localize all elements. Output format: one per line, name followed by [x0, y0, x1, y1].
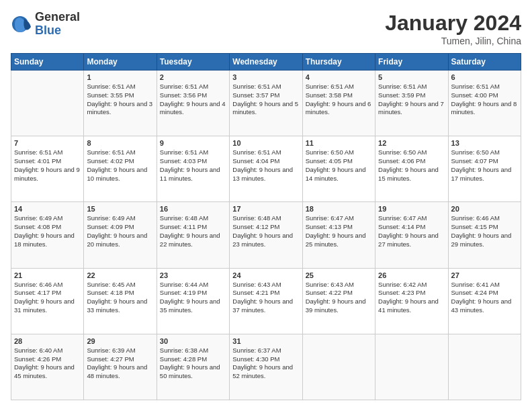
logo-icon — [11, 13, 32, 35]
week-row-3: 14Sunrise: 6:49 AM Sunset: 4:08 PM Dayli… — [11, 202, 521, 268]
day-info: Sunrise: 6:49 AM Sunset: 4:09 PM Dayligh… — [87, 214, 153, 248]
cell-1-5: 12Sunrise: 6:50 AM Sunset: 4:06 PM Dayli… — [375, 136, 448, 202]
title-block: January 2024 Tumen, Jilin, China — [385, 11, 521, 46]
day-number: 8 — [87, 139, 153, 147]
cell-0-0 — [11, 71, 84, 136]
day-info: Sunrise: 6:51 AM Sunset: 3:55 PM Dayligh… — [87, 83, 153, 117]
day-info: Sunrise: 6:51 AM Sunset: 3:56 PM Dayligh… — [160, 83, 226, 117]
header-friday: Friday — [375, 54, 448, 71]
day-info: Sunrise: 6:50 AM Sunset: 4:07 PM Dayligh… — [451, 148, 518, 183]
day-info: Sunrise: 6:39 AM Sunset: 4:27 PM Dayligh… — [87, 347, 153, 381]
day-info: Sunrise: 6:51 AM Sunset: 4:02 PM Dayligh… — [87, 148, 153, 183]
cell-4-2: 30Sunrise: 6:38 AM Sunset: 4:28 PM Dayli… — [157, 334, 229, 400]
calendar-subtitle: Tumen, Jilin, China — [385, 36, 521, 46]
logo-blue-text: Blue — [35, 24, 80, 38]
day-info: Sunrise: 6:48 AM Sunset: 4:11 PM Dayligh… — [160, 214, 226, 248]
day-number: 3 — [232, 73, 299, 81]
cell-3-0: 21Sunrise: 6:46 AM Sunset: 4:17 PM Dayli… — [11, 268, 84, 334]
week-row-2: 7Sunrise: 6:51 AM Sunset: 4:01 PM Daylig… — [11, 136, 521, 202]
day-number: 11 — [306, 139, 372, 147]
day-info: Sunrise: 6:50 AM Sunset: 4:06 PM Dayligh… — [378, 148, 445, 183]
day-number: 31 — [232, 337, 299, 345]
day-number: 21 — [14, 271, 81, 279]
header: General Blue January 2024 Tumen, Jilin, … — [11, 11, 521, 46]
cell-2-4: 18Sunrise: 6:47 AM Sunset: 4:13 PM Dayli… — [302, 202, 375, 268]
day-number: 27 — [451, 271, 518, 279]
week-row-5: 28Sunrise: 6:40 AM Sunset: 4:26 PM Dayli… — [11, 334, 521, 400]
cell-3-1: 22Sunrise: 6:45 AM Sunset: 4:18 PM Dayli… — [84, 268, 157, 334]
cell-1-6: 13Sunrise: 6:50 AM Sunset: 4:07 PM Dayli… — [448, 136, 521, 202]
cell-3-2: 23Sunrise: 6:44 AM Sunset: 4:19 PM Dayli… — [157, 268, 229, 334]
day-info: Sunrise: 6:42 AM Sunset: 4:23 PM Dayligh… — [378, 281, 445, 315]
cell-0-4: 4Sunrise: 6:51 AM Sunset: 3:58 PM Daylig… — [302, 71, 375, 136]
header-row: Sunday Monday Tuesday Wednesday Thursday… — [11, 54, 521, 71]
cell-2-2: 16Sunrise: 6:48 AM Sunset: 4:11 PM Dayli… — [157, 202, 229, 268]
day-info: Sunrise: 6:48 AM Sunset: 4:12 PM Dayligh… — [232, 214, 299, 248]
day-info: Sunrise: 6:37 AM Sunset: 4:30 PM Dayligh… — [232, 347, 299, 381]
day-info: Sunrise: 6:51 AM Sunset: 3:57 PM Dayligh… — [232, 83, 299, 117]
cell-0-2: 2Sunrise: 6:51 AM Sunset: 3:56 PM Daylig… — [157, 71, 229, 136]
header-sunday: Sunday — [11, 54, 84, 71]
day-info: Sunrise: 6:40 AM Sunset: 4:26 PM Dayligh… — [14, 347, 81, 381]
cell-2-3: 17Sunrise: 6:48 AM Sunset: 4:12 PM Dayli… — [230, 202, 302, 268]
day-number: 20 — [451, 205, 518, 213]
week-row-4: 21Sunrise: 6:46 AM Sunset: 4:17 PM Dayli… — [11, 268, 521, 334]
day-number: 14 — [14, 205, 81, 213]
day-info: Sunrise: 6:51 AM Sunset: 4:01 PM Dayligh… — [14, 148, 81, 183]
day-number: 6 — [451, 73, 518, 81]
day-info: Sunrise: 6:51 AM Sunset: 4:03 PM Dayligh… — [160, 148, 226, 183]
day-number: 10 — [232, 139, 299, 147]
day-number: 29 — [87, 337, 153, 345]
day-number: 1 — [87, 73, 153, 81]
cell-3-5: 26Sunrise: 6:42 AM Sunset: 4:23 PM Dayli… — [375, 268, 448, 334]
day-number: 17 — [232, 205, 299, 213]
logo: General Blue — [11, 11, 80, 38]
cell-0-6: 6Sunrise: 6:51 AM Sunset: 4:00 PM Daylig… — [448, 71, 521, 136]
header-thursday: Thursday — [302, 54, 375, 71]
header-tuesday: Tuesday — [157, 54, 229, 71]
cell-1-3: 10Sunrise: 6:51 AM Sunset: 4:04 PM Dayli… — [230, 136, 302, 202]
logo-general-text: General — [35, 11, 80, 24]
cell-4-0: 28Sunrise: 6:40 AM Sunset: 4:26 PM Dayli… — [11, 334, 84, 400]
day-number: 4 — [306, 73, 372, 81]
day-info: Sunrise: 6:51 AM Sunset: 4:00 PM Dayligh… — [451, 83, 518, 117]
day-info: Sunrise: 6:43 AM Sunset: 4:22 PM Dayligh… — [306, 281, 372, 315]
day-info: Sunrise: 6:43 AM Sunset: 4:21 PM Dayligh… — [232, 281, 299, 315]
header-saturday: Saturday — [448, 54, 521, 71]
day-info: Sunrise: 6:50 AM Sunset: 4:05 PM Dayligh… — [306, 148, 372, 183]
calendar-page: General Blue January 2024 Tumen, Jilin, … — [0, 0, 532, 411]
cell-2-5: 19Sunrise: 6:47 AM Sunset: 4:14 PM Dayli… — [375, 202, 448, 268]
day-number: 28 — [14, 337, 81, 345]
day-info: Sunrise: 6:46 AM Sunset: 4:17 PM Dayligh… — [14, 281, 81, 315]
week-row-1: 1Sunrise: 6:51 AM Sunset: 3:55 PM Daylig… — [11, 71, 521, 136]
day-number: 16 — [160, 205, 226, 213]
cell-4-4 — [302, 334, 375, 400]
day-info: Sunrise: 6:47 AM Sunset: 4:13 PM Dayligh… — [306, 214, 372, 248]
cell-4-1: 29Sunrise: 6:39 AM Sunset: 4:27 PM Dayli… — [84, 334, 157, 400]
day-info: Sunrise: 6:41 AM Sunset: 4:24 PM Dayligh… — [451, 281, 518, 315]
day-info: Sunrise: 6:51 AM Sunset: 3:58 PM Dayligh… — [306, 83, 372, 117]
day-number: 15 — [87, 205, 153, 213]
cell-2-1: 15Sunrise: 6:49 AM Sunset: 4:09 PM Dayli… — [84, 202, 157, 268]
day-info: Sunrise: 6:44 AM Sunset: 4:19 PM Dayligh… — [160, 281, 226, 315]
day-number: 19 — [378, 205, 445, 213]
day-info: Sunrise: 6:51 AM Sunset: 4:04 PM Dayligh… — [232, 148, 299, 183]
day-info: Sunrise: 6:47 AM Sunset: 4:14 PM Dayligh… — [378, 214, 445, 248]
day-number: 25 — [306, 271, 372, 279]
day-number: 12 — [378, 139, 445, 147]
cell-4-5 — [375, 334, 448, 400]
cell-3-3: 24Sunrise: 6:43 AM Sunset: 4:21 PM Dayli… — [230, 268, 302, 334]
day-number: 22 — [87, 271, 153, 279]
cell-2-6: 20Sunrise: 6:46 AM Sunset: 4:15 PM Dayli… — [448, 202, 521, 268]
cell-4-3: 31Sunrise: 6:37 AM Sunset: 4:30 PM Dayli… — [230, 334, 302, 400]
cell-0-5: 5Sunrise: 6:51 AM Sunset: 3:59 PM Daylig… — [375, 71, 448, 136]
day-info: Sunrise: 6:51 AM Sunset: 3:59 PM Dayligh… — [378, 83, 445, 117]
day-number: 2 — [160, 73, 226, 81]
cell-1-2: 9Sunrise: 6:51 AM Sunset: 4:03 PM Daylig… — [157, 136, 229, 202]
day-number: 18 — [306, 205, 372, 213]
calendar-table: Sunday Monday Tuesday Wednesday Thursday… — [11, 53, 521, 400]
day-number: 9 — [160, 139, 226, 147]
day-info: Sunrise: 6:45 AM Sunset: 4:18 PM Dayligh… — [87, 281, 153, 315]
cell-1-0: 7Sunrise: 6:51 AM Sunset: 4:01 PM Daylig… — [11, 136, 84, 202]
cell-0-3: 3Sunrise: 6:51 AM Sunset: 3:57 PM Daylig… — [230, 71, 302, 136]
